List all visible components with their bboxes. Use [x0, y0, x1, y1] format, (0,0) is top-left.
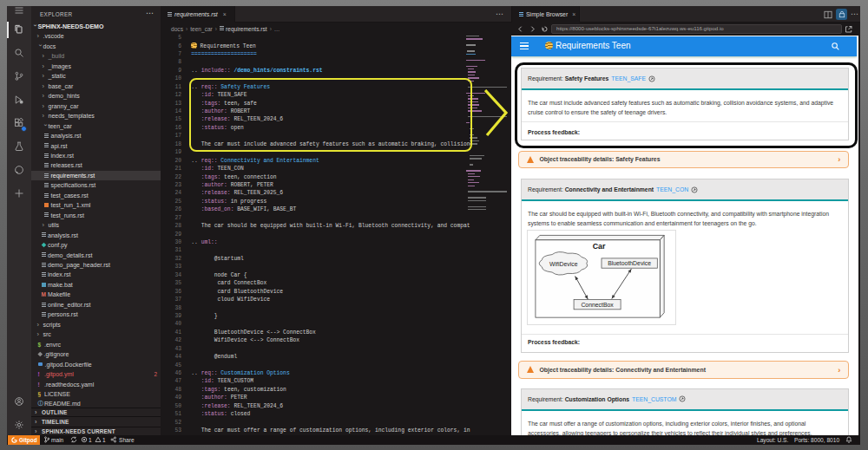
svg-text:WifiDevice: WifiDevice	[549, 261, 578, 267]
svg-text:BluetoothDevice: BluetoothDevice	[608, 260, 651, 266]
svg-text:Car: Car	[592, 242, 605, 251]
svg-text:ConnectBox: ConnectBox	[581, 302, 614, 308]
